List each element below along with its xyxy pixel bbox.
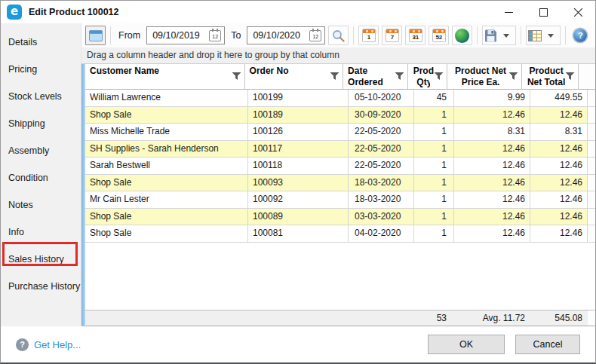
cell-order-no[interactable]: 100126	[248, 124, 349, 140]
cell-order-no[interactable]: 100117	[248, 141, 349, 158]
cell-customer-name[interactable]: Miss Michelle Trade	[85, 124, 248, 140]
cell-prod-qty[interactable]: 1	[414, 191, 454, 208]
close-button[interactable]	[561, 1, 595, 23]
cell-customer-name[interactable]: William Lawrence	[85, 90, 248, 106]
sidebar-item-condition[interactable]: Condition	[1, 164, 81, 191]
save-dropdown-arrow-icon[interactable]	[503, 34, 509, 38]
cell-order-no[interactable]: 100118	[248, 158, 349, 174]
period-day-button[interactable]: 1	[358, 26, 379, 45]
cell-net-total[interactable]: 12.46	[530, 175, 588, 191]
cell-date-ordered[interactable]: 22-05-2020	[349, 158, 414, 174]
cell-date-ordered[interactable]: 18-03-2020	[349, 191, 414, 208]
cell-customer-name[interactable]: Shop Sale	[85, 175, 248, 191]
panel-toggle-button[interactable]	[85, 26, 106, 45]
cell-customer-name[interactable]: Shop Sale	[85, 107, 248, 124]
cell-date-ordered[interactable]: 05-10-2020	[349, 90, 414, 106]
cell-net-total[interactable]: 12.46	[530, 141, 588, 158]
cell-prod-qty[interactable]: 45	[414, 90, 454, 106]
cell-net-price[interactable]: 8.31	[454, 124, 530, 140]
filter-icon[interactable]	[330, 72, 339, 81]
filter-icon[interactable]	[434, 72, 444, 81]
column-header-net-price[interactable]: Product Net Price Ea.	[447, 64, 522, 89]
cell-prod-qty[interactable]: 1	[414, 175, 454, 191]
column-header-net-total[interactable]: Product Net Total	[522, 64, 579, 89]
cell-net-price[interactable]: 12.46	[454, 107, 530, 124]
sidebar-item-info[interactable]: Info	[1, 219, 81, 246]
toolbar-help-button[interactable]: ?	[573, 29, 587, 42]
cell-net-price[interactable]: 12.46	[454, 225, 530, 242]
cell-net-price[interactable]: 12.46	[454, 209, 530, 225]
to-date-field[interactable]: 09/10/2020 12	[247, 26, 325, 44]
sidebar-item-assembly[interactable]: Assembly	[1, 137, 81, 164]
filter-icon[interactable]	[565, 72, 575, 81]
columns-split-button[interactable]	[526, 26, 561, 45]
cell-order-no[interactable]: 100093	[248, 175, 349, 191]
cell-net-price[interactable]: 12.46	[454, 175, 530, 191]
get-help-link[interactable]: ? Get Help...	[16, 338, 81, 351]
group-by-bar[interactable]: Drag a column header and drop it here to…	[81, 47, 595, 64]
filter-icon[interactable]	[395, 72, 404, 81]
sidebar-item-details[interactable]: Details	[1, 29, 81, 56]
column-header-prod-qty[interactable]: Prod Qty	[408, 64, 447, 89]
cell-date-ordered[interactable]: 04-02-2020	[349, 225, 414, 242]
from-date-field[interactable]: 09/10/2019 12	[146, 26, 225, 44]
cell-order-no[interactable]: 100092	[248, 191, 349, 208]
cell-customer-name[interactable]: Mr Cain Lester	[85, 191, 248, 208]
cell-net-price[interactable]: 12.46	[454, 141, 530, 158]
table-row[interactable]: Sarah Bestwell 100118 22-05-2020 1 12.46…	[85, 158, 595, 175]
cell-net-price[interactable]: 12.46	[454, 191, 530, 208]
cancel-button[interactable]: Cancel	[515, 335, 580, 354]
cell-date-ordered[interactable]: 18-03-2020	[349, 175, 414, 191]
get-help-label[interactable]: Get Help...	[34, 339, 81, 350]
filter-icon[interactable]	[508, 72, 518, 81]
cell-order-no[interactable]: 100089	[248, 209, 349, 225]
all-dates-button[interactable]	[452, 26, 472, 45]
cell-net-total[interactable]: 12.46	[530, 209, 588, 225]
cell-prod-qty[interactable]: 1	[414, 141, 454, 158]
table-row[interactable]: Shop Sale 100093 18-03-2020 1 12.46 12.4…	[85, 175, 595, 192]
cell-customer-name[interactable]: Sarah Bestwell	[85, 158, 248, 174]
cell-customer-name[interactable]: Shop Sale	[85, 209, 248, 225]
from-date-value[interactable]: 09/10/2019	[152, 30, 205, 41]
date-picker-icon[interactable]: 12	[209, 30, 221, 41]
cell-date-ordered[interactable]: 22-05-2020	[349, 141, 414, 158]
table-row[interactable]: Shop Sale 100189 30-09-2020 1 12.46 12.4…	[85, 107, 595, 124]
column-header-date-ordered[interactable]: Date Ordered	[343, 64, 408, 89]
sidebar-item-stock-levels[interactable]: Stock Levels	[1, 83, 81, 110]
table-row[interactable]: William Lawrence 100199 05-10-2020 45 9.…	[85, 90, 595, 107]
table-row[interactable]: Miss Michelle Trade 100126 22-05-2020 1 …	[85, 124, 595, 141]
period-week-button[interactable]: 7	[382, 26, 402, 45]
search-button[interactable]	[328, 26, 349, 45]
cell-order-no[interactable]: 100199	[248, 90, 349, 106]
cell-net-total[interactable]: 12.46	[530, 225, 588, 242]
period-month-button[interactable]: 31	[405, 26, 425, 45]
sidebar-item-sales-history[interactable]: Sales History	[1, 246, 81, 273]
columns-dropdown-arrow-icon[interactable]	[548, 34, 554, 38]
maximize-button[interactable]	[526, 1, 561, 23]
cell-prod-qty[interactable]: 1	[414, 158, 454, 174]
table-row[interactable]: Mr Cain Lester 100092 18-03-2020 1 12.46…	[85, 191, 595, 209]
cell-net-price[interactable]: 9.99	[454, 90, 530, 106]
sidebar-item-notes[interactable]: Notes	[1, 191, 81, 219]
cell-date-ordered[interactable]: 22-05-2020	[349, 124, 414, 140]
cell-net-total[interactable]: 12.46	[530, 107, 588, 124]
cell-customer-name[interactable]: SH Supplies - Sarah Henderson	[85, 141, 248, 158]
cell-net-total[interactable]: 8.31	[530, 124, 588, 140]
cell-date-ordered[interactable]: 30-09-2020	[349, 107, 414, 124]
save-split-button[interactable]	[482, 26, 516, 45]
cell-order-no[interactable]: 100189	[248, 107, 349, 124]
cell-date-ordered[interactable]: 03-03-2020	[349, 209, 414, 225]
column-header-customer-name[interactable]: Customer Name	[85, 64, 245, 89]
cell-prod-qty[interactable]: 1	[414, 209, 454, 225]
cell-net-total[interactable]: 12.46	[530, 191, 588, 208]
period-year-button[interactable]: 52	[429, 26, 449, 45]
cell-net-total[interactable]: 449.55	[530, 90, 588, 106]
ok-button[interactable]: OK	[428, 335, 505, 354]
sidebar-item-purchase-history[interactable]: Purchase History	[1, 273, 81, 300]
to-date-value[interactable]: 09/10/2020	[253, 30, 306, 41]
sidebar-item-shipping[interactable]: Shipping	[1, 110, 81, 137]
table-row[interactable]: Shop Sale 100089 03-03-2020 1 12.46 12.4…	[85, 209, 595, 226]
sidebar-item-pricing[interactable]: Pricing	[1, 56, 81, 83]
table-row[interactable]: SH Supplies - Sarah Henderson 100117 22-…	[85, 141, 595, 158]
minimize-button[interactable]	[491, 1, 526, 23]
